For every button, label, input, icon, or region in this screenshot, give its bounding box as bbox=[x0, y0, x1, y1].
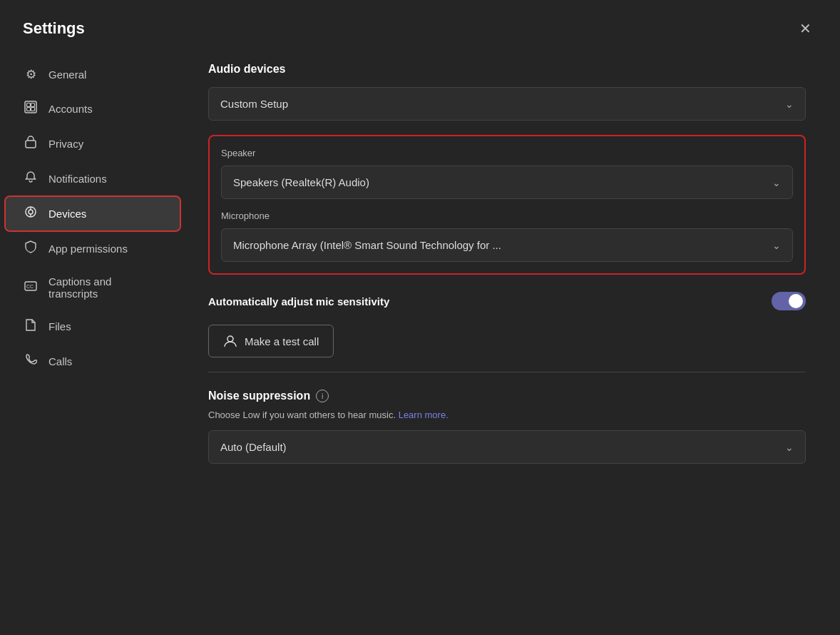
info-icon[interactable]: i bbox=[316, 390, 329, 402]
sidebar: ⚙ General Accounts bbox=[0, 51, 185, 635]
svg-rect-2 bbox=[31, 103, 35, 107]
sidebar-label-calls: Calls bbox=[48, 355, 72, 367]
svg-rect-5 bbox=[26, 141, 36, 148]
sidebar-label-files: Files bbox=[48, 320, 71, 332]
files-icon bbox=[23, 318, 39, 335]
captions-icon: CC bbox=[23, 280, 39, 295]
title-bar: Settings ✕ bbox=[0, 0, 840, 51]
sidebar-label-accounts: Accounts bbox=[48, 103, 93, 115]
lock-icon bbox=[23, 136, 39, 152]
sidebar-item-captions[interactable]: CC Captions and transcripts bbox=[6, 267, 180, 308]
noise-suppression-sub: Choose Low if you want others to hear mu… bbox=[208, 410, 806, 420]
speaker-label: Speaker bbox=[221, 148, 793, 158]
sidebar-item-files[interactable]: Files bbox=[6, 310, 180, 343]
svg-text:CC: CC bbox=[26, 284, 34, 289]
auto-adjust-row: Automatically adjust mic sensitivity bbox=[208, 292, 806, 310]
audio-preset-dropdown[interactable]: Custom Setup ⌄ bbox=[208, 87, 806, 121]
noise-suppression-header: Noise suppression i bbox=[208, 390, 806, 402]
auto-adjust-toggle[interactable] bbox=[772, 292, 806, 310]
devices-icon bbox=[23, 205, 39, 222]
sidebar-item-notifications[interactable]: Notifications bbox=[6, 162, 180, 195]
sidebar-label-devices: Devices bbox=[48, 208, 86, 220]
noise-suppression-title: Noise suppression bbox=[208, 390, 310, 402]
svg-rect-4 bbox=[31, 108, 35, 111]
noise-preset-value: Auto (Default) bbox=[220, 441, 287, 453]
sidebar-label-captions: Captions and transcripts bbox=[48, 275, 163, 300]
microphone-value: Microphone Array (Intel® Smart Sound Tec… bbox=[233, 239, 501, 251]
sidebar-item-general[interactable]: ⚙ General bbox=[6, 59, 180, 91]
close-button[interactable]: ✕ bbox=[794, 17, 817, 40]
sidebar-item-privacy[interactable]: Privacy bbox=[6, 127, 180, 161]
content-area: ⚙ General Accounts bbox=[0, 51, 840, 635]
gear-icon: ⚙ bbox=[23, 67, 39, 82]
speaker-value: Speakers (Realtek(R) Audio) bbox=[233, 176, 369, 188]
bell-icon bbox=[23, 171, 39, 187]
test-call-label: Make a test call bbox=[245, 335, 319, 347]
settings-title: Settings bbox=[23, 19, 85, 38]
learn-more-link[interactable]: Learn more. bbox=[399, 410, 449, 420]
sidebar-item-app-permissions[interactable]: App permissions bbox=[6, 232, 180, 265]
audio-devices-heading: Audio devices bbox=[208, 63, 806, 76]
audio-preset-value: Custom Setup bbox=[220, 98, 288, 110]
sidebar-label-privacy: Privacy bbox=[48, 138, 83, 150]
sidebar-label-app-permissions: App permissions bbox=[48, 243, 128, 255]
test-call-icon bbox=[223, 334, 237, 348]
chevron-down-icon: ⌄ bbox=[772, 177, 781, 188]
sidebar-label-general: General bbox=[48, 68, 86, 81]
svg-rect-3 bbox=[27, 108, 31, 111]
phone-icon bbox=[23, 353, 39, 369]
shield-icon bbox=[23, 240, 39, 257]
speaker-dropdown[interactable]: Speakers (Realtek(R) Audio) ⌄ bbox=[221, 166, 793, 199]
svg-rect-1 bbox=[27, 103, 31, 107]
sidebar-item-calls[interactable]: Calls bbox=[6, 345, 180, 377]
svg-point-7 bbox=[29, 210, 33, 214]
microphone-label: Microphone bbox=[221, 210, 793, 221]
main-content: Audio devices Custom Setup ⌄ Speaker Spe… bbox=[185, 51, 840, 635]
speaker-mic-section: Speaker Speakers (Realtek(R) Audio) ⌄ Mi… bbox=[208, 135, 806, 275]
settings-window: Settings ✕ ⚙ General Accounts bbox=[0, 0, 840, 635]
divider-1 bbox=[208, 372, 806, 372]
accounts-icon bbox=[23, 101, 39, 117]
auto-adjust-label: Automatically adjust mic sensitivity bbox=[208, 295, 389, 308]
chevron-down-icon: ⌄ bbox=[785, 98, 794, 110]
sidebar-item-devices[interactable]: Devices bbox=[6, 197, 180, 230]
svg-point-12 bbox=[227, 336, 233, 342]
chevron-down-icon: ⌄ bbox=[785, 442, 794, 453]
noise-preset-dropdown[interactable]: Auto (Default) ⌄ bbox=[208, 430, 806, 464]
chevron-down-icon: ⌄ bbox=[772, 240, 781, 251]
sidebar-label-notifications: Notifications bbox=[48, 173, 107, 185]
microphone-dropdown[interactable]: Microphone Array (Intel® Smart Sound Tec… bbox=[221, 228, 793, 262]
sidebar-item-accounts[interactable]: Accounts bbox=[6, 92, 180, 126]
test-call-button[interactable]: Make a test call bbox=[208, 325, 334, 357]
